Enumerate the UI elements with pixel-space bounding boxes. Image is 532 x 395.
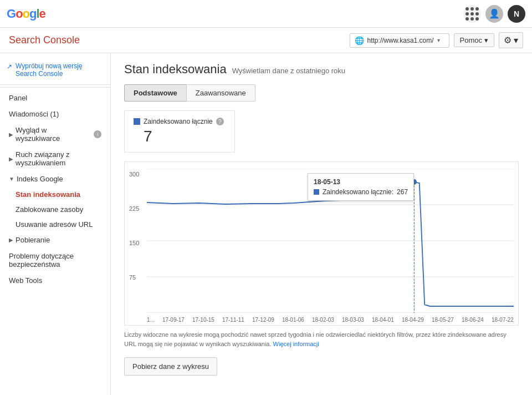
page-subtitle: Wyświetlam dane z ostatniego roku (232, 67, 345, 75)
webtools-label: Web Tools (9, 276, 42, 285)
x-label-12: 18-06-24 (462, 317, 484, 323)
apps-icon[interactable] (463, 5, 481, 23)
topbar-right: 👤 N (463, 5, 525, 23)
page-title: Stan indeksowania (124, 62, 227, 77)
indeks-label: Indeks Google (17, 175, 63, 183)
sidebar-item-usuwanie[interactable]: Usuwanie adresów URL (0, 217, 110, 232)
x-label-1: 1... (147, 317, 155, 323)
account-icon[interactable]: 👤 (485, 5, 503, 23)
download-button[interactable]: Pobierz dane z wykresu (124, 357, 217, 376)
x-label-7: 18-02-03 (312, 317, 334, 323)
x-label-2: 17-09-17 (162, 317, 185, 323)
sidebar-item-panel[interactable]: Panel (0, 90, 110, 106)
stats-color-box (134, 118, 140, 125)
indeks-arrow-icon: ▼ (9, 176, 14, 182)
url-label: http://www.kasa1.com/ (367, 37, 434, 44)
x-label-13: 18-07-22 (492, 317, 514, 323)
zablokowane-label: Zablokowane zasoby (16, 205, 83, 214)
problemy-label: Problemy dotyczące bezpieczeństwa (9, 252, 101, 269)
x-label-9: 18-04-01 (372, 317, 394, 323)
panel-label: Panel (9, 94, 27, 102)
url-selector[interactable]: 🌐 http://www.kasa1.com/ ▾ (350, 33, 449, 48)
stats-value: 7 (134, 128, 226, 145)
sidebar-divider-1 (0, 87, 110, 88)
y-label-300: 300 (129, 171, 139, 178)
topbar: Google 👤 N (0, 0, 532, 28)
chart-y-labels: 300 225 150 75 (129, 171, 139, 308)
external-link-icon: ↗ (7, 63, 12, 70)
gear-icon: ⚙ (504, 35, 511, 45)
layout: ↗ Wypróbuj nową wersję Search Console Pa… (0, 53, 532, 395)
x-label-10: 18-04-29 (402, 317, 424, 323)
subheader-controls: 🌐 http://www.kasa1.com/ ▾ Pomoc ▾ ⚙ ▾ (350, 32, 523, 48)
chart-svg-wrap[interactable]: 18-05-13 Zaindeksowano łącznie: 267 (147, 169, 514, 315)
tab-group: Podstawowe Zaawansowane (124, 84, 519, 102)
chart-note: Liczby widoczne na wykresie mogą pochodz… (124, 330, 519, 348)
y-label-225: 225 (129, 205, 139, 212)
tab-zaawansowane[interactable]: Zaawansowane (186, 84, 255, 102)
page-title-row: Stan indeksowania Wyświetlam dane z osta… (124, 62, 519, 77)
sidebar-item-webtools[interactable]: Web Tools (0, 272, 110, 288)
sidebar-item-indeks[interactable]: ▼ Indeks Google (0, 171, 110, 187)
x-label-6: 18-01-06 (282, 317, 304, 323)
sidebar: ↗ Wypróbuj nową wersję Search Console Pa… (0, 53, 111, 395)
ruch-arrow-icon: ▶ (9, 156, 13, 162)
sidebar-item-wiadomosci[interactable]: Wiadomości (1) (0, 106, 110, 122)
y-label-150: 150 (129, 240, 139, 246)
wyglad-label: Wygląd w wyszukiwarce (16, 126, 91, 143)
stan-label: Stan indeksowania (16, 190, 80, 199)
stats-card: Zaindeksowano łącznie ? 7 (124, 110, 235, 153)
subheader: Search Console 🌐 http://www.kasa1.com/ ▾… (0, 28, 532, 53)
usuwanie-label: Usuwanie adresów URL (16, 220, 93, 229)
tab-podstawowe[interactable]: Podstawowe (124, 84, 187, 102)
sidebar-item-wyglad[interactable]: ▶ Wygląd w wyszukiwarce i (0, 122, 110, 146)
new-version-text: Wypróbuj nową wersję Search Console (16, 62, 104, 78)
wyglad-info-icon: i (94, 130, 101, 138)
pobieranie-arrow-icon: ▶ (9, 237, 13, 243)
pobieranie-label: Pobieranie (16, 236, 50, 244)
help-arrow-icon: ▾ (484, 36, 488, 44)
stats-help-icon[interactable]: ? (216, 118, 224, 125)
x-label-5: 17-12-09 (252, 317, 274, 323)
sidebar-item-stan[interactable]: Stan indeksowania (0, 187, 110, 202)
ruch-label: Ruch związany z wyszukiwaniem (16, 150, 101, 167)
stats-label: Zaindeksowano łącznie (144, 118, 213, 125)
main-content: Stan indeksowania Wyświetlam dane z osta… (111, 53, 532, 395)
y-label-75: 75 (129, 274, 139, 281)
chart-note-link[interactable]: Więcej informacji (273, 341, 319, 347)
sidebar-item-problemy[interactable]: Problemy dotyczące bezpieczeństwa (0, 248, 110, 272)
settings-arrow-icon: ▾ (514, 35, 518, 45)
sidebar-item-zablokowane[interactable]: Zablokowane zasoby (0, 202, 110, 217)
wyglad-arrow-icon: ▶ (9, 131, 13, 138)
user-avatar[interactable]: N (508, 5, 525, 23)
globe-icon: 🌐 (355, 36, 364, 45)
settings-button[interactable]: ⚙ ▾ (499, 32, 523, 48)
x-label-8: 18-03-03 (342, 317, 364, 323)
app-title: Search Console (9, 34, 80, 46)
help-label: Pomoc (460, 36, 482, 44)
sidebar-item-pobieranie[interactable]: ▶ Pobieranie (0, 232, 110, 248)
chart-container: 300 225 150 75 (124, 161, 519, 326)
chart-svg (147, 169, 514, 313)
new-version-link[interactable]: ↗ Wypróbuj nową wersję Search Console (0, 58, 110, 85)
x-label-4: 17-11-11 (222, 317, 244, 323)
help-button[interactable]: Pomoc ▾ (454, 33, 494, 47)
url-dropdown-arrow: ▾ (437, 37, 440, 43)
stats-label-row: Zaindeksowano łącznie ? (134, 118, 226, 125)
x-label-3: 17-10-15 (192, 317, 214, 323)
chart-x-labels: 1... 17-09-17 17-10-15 17-11-11 17-12-09… (147, 315, 514, 325)
x-label-11: 18-05-27 (432, 317, 454, 323)
google-logo: Google (7, 7, 45, 21)
sidebar-item-ruch[interactable]: ▶ Ruch związany z wyszukiwaniem (0, 146, 110, 171)
wiadomosci-label: Wiadomości (1) (9, 110, 59, 118)
